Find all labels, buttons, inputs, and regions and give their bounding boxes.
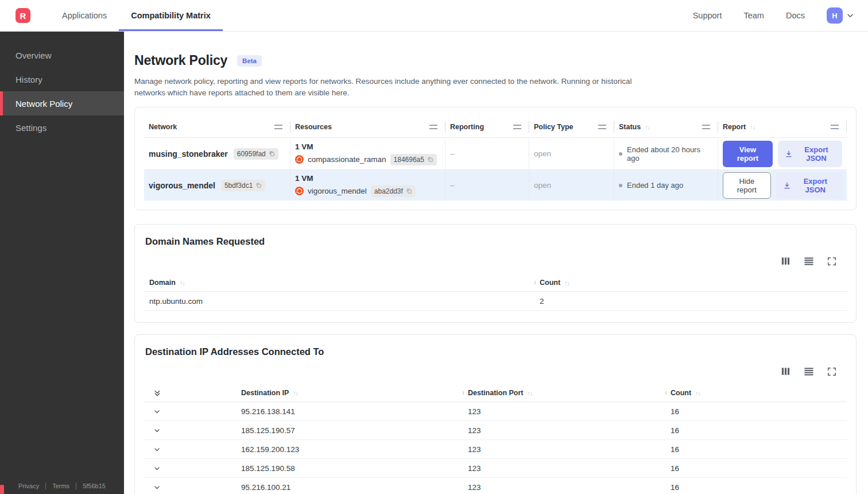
sort-icon[interactable]: ↑↓ bbox=[180, 279, 185, 286]
column-header-count[interactable]: Count ↑↓ bbox=[665, 389, 847, 397]
column-header-count[interactable]: Count ↑↓ bbox=[534, 279, 847, 287]
column-header-domain[interactable]: Domain ↑↓ bbox=[144, 279, 534, 287]
resource-hash-pill: 184696a5 bbox=[390, 154, 437, 165]
app-logo[interactable]: R bbox=[16, 8, 30, 23]
count-cell: 16 bbox=[665, 483, 847, 492]
status-text: Ended 1 day ago bbox=[627, 181, 683, 190]
column-header-report[interactable]: Report ↑↓ bbox=[718, 117, 847, 137]
copy-icon[interactable] bbox=[269, 150, 275, 157]
destination-row: 185.125.190.58 123 16 bbox=[144, 459, 847, 478]
expand-all-header[interactable] bbox=[144, 389, 236, 397]
count-cell: 16 bbox=[665, 445, 847, 454]
report-cell: View report Export JSON bbox=[718, 138, 847, 169]
sort-icon[interactable]: ↑↓ bbox=[645, 124, 650, 130]
destination-row: 162.159.200.123 123 16 bbox=[144, 440, 847, 459]
column-drag-handle[interactable] bbox=[513, 125, 521, 129]
nav-support[interactable]: Support bbox=[693, 11, 722, 20]
sidebar-item-overview[interactable]: Overview bbox=[0, 43, 124, 67]
copy-icon[interactable] bbox=[406, 188, 412, 194]
nav-team[interactable]: Team bbox=[743, 11, 764, 20]
rows-icon[interactable] bbox=[804, 366, 814, 376]
copy-icon[interactable] bbox=[427, 156, 433, 163]
resource-hash-pill: aba2dd3f bbox=[371, 186, 416, 197]
sort-icon[interactable]: ↑↓ bbox=[750, 124, 755, 130]
networks-table-card: Network Resources Reporting Policy Type bbox=[134, 107, 857, 210]
chevron-down-icon[interactable] bbox=[153, 465, 161, 472]
row-expander[interactable] bbox=[144, 408, 236, 415]
column-drag-handle[interactable] bbox=[831, 125, 839, 129]
column-header-policy-type[interactable]: Policy Type bbox=[529, 117, 614, 137]
rows-icon[interactable] bbox=[804, 256, 814, 266]
destination-ip-cell: 185.125.190.57 bbox=[236, 426, 463, 435]
resources-cell: 1 VM vigorous_mendel aba2dd3f bbox=[290, 170, 445, 200]
count-cell: 2 bbox=[534, 297, 847, 306]
sort-icon[interactable]: ↑↓ bbox=[695, 389, 700, 396]
status-cell: Ended 1 day ago bbox=[614, 170, 718, 200]
chevron-down-icon[interactable] bbox=[153, 427, 161, 434]
domains-card: Domain Names Requested Domain ↑↓ bbox=[134, 224, 857, 323]
download-icon bbox=[785, 150, 793, 158]
destination-port-cell: 123 bbox=[463, 464, 665, 473]
fullscreen-icon[interactable] bbox=[827, 367, 836, 376]
policy-type-cell: open bbox=[529, 170, 614, 200]
chevron-down-icon[interactable] bbox=[153, 446, 161, 453]
sidebar-item-settings[interactable]: Settings bbox=[0, 115, 124, 140]
nav-applications[interactable]: Applications bbox=[50, 0, 119, 31]
nav-docs[interactable]: Docs bbox=[786, 11, 805, 20]
destination-port-cell: 123 bbox=[463, 407, 665, 416]
domain-row: ntp.ubuntu.com 2 bbox=[144, 292, 847, 311]
count-cell: 16 bbox=[665, 426, 847, 435]
copy-icon[interactable] bbox=[255, 182, 262, 188]
column-drag-handle[interactable] bbox=[274, 125, 282, 129]
column-header-destination-ip[interactable]: Destination IP ↑↓ bbox=[236, 389, 463, 397]
domains-toolbar bbox=[144, 256, 847, 266]
view-report-button[interactable]: View report bbox=[723, 141, 773, 167]
column-header-reporting[interactable]: Reporting bbox=[445, 117, 529, 137]
sort-icon[interactable]: ↑↓ bbox=[528, 389, 533, 396]
column-drag-handle[interactable] bbox=[702, 125, 710, 129]
page-title: Network Policy bbox=[134, 53, 227, 68]
avatar[interactable]: H bbox=[827, 7, 843, 24]
export-json-button[interactable]: Export JSON bbox=[778, 141, 842, 167]
resource-name: vigorous_mendel bbox=[308, 187, 367, 195]
terms-link[interactable]: Terms bbox=[52, 483, 69, 489]
columns-icon[interactable] bbox=[781, 366, 790, 376]
nav-compatibility-matrix[interactable]: Compatibility Matrix bbox=[119, 0, 223, 31]
networks-table-header: Network Resources Reporting Policy Type bbox=[144, 117, 847, 137]
network-row-vigorous-mendel: vigorous_mendel 5bdf3dc1 1 VM bbox=[144, 169, 847, 200]
column-header-resources[interactable]: Resources bbox=[290, 117, 445, 137]
row-expander[interactable] bbox=[144, 446, 236, 453]
row-expander[interactable] bbox=[144, 484, 236, 491]
sidebar-footer: Privacy Terms 5f56b15 bbox=[0, 483, 124, 489]
column-drag-handle[interactable] bbox=[598, 125, 606, 129]
column-header-destination-port[interactable]: Destination Port ↑↓ bbox=[463, 389, 665, 397]
sort-icon[interactable]: ↑↓ bbox=[564, 279, 569, 286]
network-cell: musing_stonebraker 60959fad bbox=[144, 138, 290, 169]
column-header-status[interactable]: Status ↑↓ bbox=[614, 117, 718, 137]
column-drag-handle[interactable] bbox=[429, 125, 437, 129]
columns-icon[interactable] bbox=[781, 256, 790, 266]
export-json-button[interactable]: Export JSON bbox=[776, 172, 842, 199]
row-expander[interactable] bbox=[144, 427, 236, 434]
sidebar-item-history[interactable]: History bbox=[0, 67, 124, 91]
chevron-down-icon[interactable] bbox=[153, 408, 161, 415]
sidebar-item-network-policy[interactable]: Network Policy bbox=[0, 91, 124, 115]
destination-port-cell: 123 bbox=[463, 426, 665, 435]
double-chevron-down-icon[interactable] bbox=[153, 389, 161, 397]
chevron-down-icon[interactable] bbox=[846, 11, 854, 20]
destination-ip-cell: 185.125.190.58 bbox=[236, 464, 463, 473]
sort-icon[interactable]: ↑↓ bbox=[293, 389, 298, 396]
privacy-link[interactable]: Privacy bbox=[18, 483, 39, 489]
hide-report-button[interactable]: Hide report bbox=[723, 172, 771, 199]
chevron-down-icon[interactable] bbox=[153, 484, 161, 491]
destination-row: 95.216.100.21 123 16 bbox=[144, 478, 847, 494]
download-icon bbox=[783, 182, 791, 190]
page-description: Manage network policy, reporting and vie… bbox=[134, 76, 640, 99]
account-menu[interactable]: H bbox=[827, 7, 854, 24]
destinations-card-title: Destination IP Addresses Connected To bbox=[144, 346, 847, 357]
domain-cell: ntp.ubuntu.com bbox=[144, 297, 534, 306]
column-header-network[interactable]: Network bbox=[144, 117, 290, 137]
row-expander[interactable] bbox=[144, 465, 236, 472]
destination-row: 95.216.138.141 123 16 bbox=[144, 402, 847, 421]
fullscreen-icon[interactable] bbox=[827, 257, 836, 266]
